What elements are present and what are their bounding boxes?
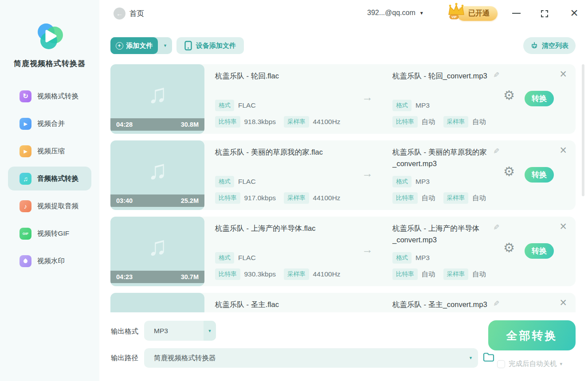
plus-icon: + <box>116 42 123 50</box>
format-value: FLAC <box>238 254 256 262</box>
samplerate-tag: 采样率 <box>443 116 469 128</box>
remove-file-icon[interactable]: × <box>560 220 567 233</box>
settings-gear-icon[interactable]: ⚙ <box>503 89 515 102</box>
music-note-icon: ♫ <box>148 307 168 312</box>
format-value: MP3 <box>416 101 430 109</box>
format-tag: 格式 <box>215 100 234 111</box>
samplerate-tag: 采样率 <box>284 268 309 280</box>
remove-file-icon[interactable]: × <box>560 144 567 157</box>
clear-list-label: 清空列表 <box>542 42 568 50</box>
chevron-down-icon: ▾ <box>560 361 563 367</box>
close-icon: × <box>570 5 578 20</box>
samplerate-tag: 采样率 <box>443 192 469 204</box>
device-phone-icon <box>184 41 192 51</box>
format-value: MP3 <box>416 178 430 186</box>
format-tag: 格式 <box>392 252 412 264</box>
convert-all-button[interactable]: 全部转换 <box>488 320 576 350</box>
samplerate-tag: 采样率 <box>284 192 309 204</box>
home-breadcrumb: 首页 <box>129 9 144 19</box>
source-filename: 杭盖乐队 - 美丽的草原我的家.flac <box>215 146 370 158</box>
file-row: ♫ 04:28 30.8M 杭盖乐队 - 轮回.flac 格式 FLAC 比特率… <box>110 64 576 134</box>
close-button[interactable]: × <box>568 5 580 21</box>
source-filename: 杭盖乐队 - 上海产的半导体.flac <box>215 222 370 234</box>
settings-gear-icon[interactable]: ⚙ <box>503 241 515 254</box>
samplerate-value: 44100Hz <box>313 194 341 202</box>
duration: 04:23 <box>116 273 133 280</box>
account-menu[interactable]: 392...@qq.com ▼ <box>367 9 424 17</box>
format-tag: 格式 <box>392 100 412 111</box>
settings-gear-icon[interactable]: ⚙ <box>503 165 515 178</box>
convert-button[interactable]: 转换 <box>525 243 554 259</box>
add-file-dropdown-icon[interactable]: ▼ <box>163 37 167 54</box>
duration: 03:40 <box>116 197 133 204</box>
bitrate-value: 918.3kbps <box>244 118 276 126</box>
samplerate-value: 自动 <box>472 117 486 127</box>
bitrate-value: 917.0kbps <box>244 194 276 202</box>
arrow-right-icon: → <box>362 91 373 104</box>
add-from-device-button[interactable]: 设备添加文件 <box>176 37 244 54</box>
broom-icon <box>530 42 538 50</box>
bitrate-tag: 比特率 <box>215 268 240 280</box>
add-file-button[interactable]: + 添加文件 <box>110 37 158 54</box>
browse-folder-button[interactable] <box>482 352 494 364</box>
format-value: MP3 <box>416 254 430 262</box>
auto-shutdown-option[interactable]: 完成后自动关机 ▾ <box>497 359 562 369</box>
edit-filename-icon[interactable]: ✎ <box>491 300 501 306</box>
duration: 04:28 <box>116 121 133 128</box>
file-list: ♫ 04:28 30.8M 杭盖乐队 - 轮回.flac 格式 FLAC 比特率… <box>0 64 588 312</box>
maximize-button[interactable] <box>540 9 549 19</box>
format-tag: 格式 <box>392 176 412 187</box>
samplerate-tag: 采样率 <box>443 268 469 280</box>
bitrate-tag: 比特率 <box>215 192 240 204</box>
convert-button[interactable]: 转换 <box>525 91 554 106</box>
app-logo: 简鹿视频格式转换器 <box>0 21 99 69</box>
remove-file-icon[interactable]: × <box>560 296 567 310</box>
target-filename: 杭盖乐队 - 轮回_convert.mp3 <box>392 70 493 82</box>
file-size: 30.7M <box>181 273 199 280</box>
chevron-down-icon: ▼ <box>419 11 424 16</box>
bitrate-tag: 比特率 <box>215 116 240 128</box>
clear-list-button[interactable]: 清空列表 <box>523 37 576 54</box>
remove-file-icon[interactable]: × <box>560 68 567 81</box>
audio-thumbnail: ♫ 04:28 30.8M <box>110 64 204 134</box>
edit-filename-icon[interactable]: ✎ <box>491 224 501 230</box>
audio-thumbnail: ♫ 04:23 30.7M <box>110 217 204 286</box>
file-row: ♫ 杭盖乐队 - 圣主.flac → 杭盖乐队 - 圣主_convert.mp3… <box>110 293 576 312</box>
minimize-button[interactable] <box>511 8 521 19</box>
chevron-down-icon: ▼ <box>469 348 473 368</box>
bitrate-value: 自动 <box>422 270 435 279</box>
output-path-value: 简鹿视频格式转换器 <box>154 348 216 368</box>
bitrate-value: 自动 <box>422 194 435 203</box>
scrollbar-thumb[interactable] <box>582 64 584 196</box>
music-note-icon: ♫ <box>148 154 168 185</box>
auto-shutdown-checkbox[interactable] <box>497 360 505 368</box>
file-size: 25.2M <box>181 197 199 204</box>
edit-filename-icon[interactable]: ✎ <box>491 148 501 154</box>
samplerate-value: 自动 <box>472 194 486 203</box>
samplerate-tag: 采样率 <box>284 116 309 128</box>
thumbnail-info-bar: 04:23 30.7M <box>110 271 204 283</box>
maximize-icon <box>541 10 549 18</box>
output-format-value: MP3 <box>154 321 168 341</box>
audio-thumbnail: ♫ <box>110 293 204 312</box>
source-filename: 杭盖乐队 - 轮回.flac <box>215 70 370 82</box>
minimize-icon <box>512 13 521 14</box>
samplerate-value: 44100Hz <box>313 270 341 278</box>
edit-filename-icon[interactable]: ✎ <box>491 71 501 78</box>
bitrate-tag: 比特率 <box>392 268 418 280</box>
logo-icon <box>32 21 67 54</box>
convert-button[interactable]: 转换 <box>525 167 554 183</box>
bitrate-value: 自动 <box>422 117 435 127</box>
output-path-select[interactable]: 简鹿视频格式转换器 ▼ <box>144 348 478 368</box>
music-note-icon: ♫ <box>148 78 168 109</box>
audio-thumbnail: ♫ 03:40 25.2M <box>110 140 204 210</box>
format-tag: 格式 <box>215 176 234 187</box>
output-format-select[interactable]: MP3 ▼ <box>144 321 216 341</box>
add-file-split-button[interactable]: + 添加文件 ▼ <box>110 37 172 54</box>
target-filename: 杭盖乐队 - 美丽的草原我的家_convert.mp3 <box>392 146 493 169</box>
file-size: 30.8M <box>181 121 199 128</box>
add-file-label: 添加文件 <box>126 42 153 50</box>
arrow-right-icon: → <box>362 243 373 256</box>
back-button[interactable]: ← <box>114 8 125 19</box>
vip-badge[interactable]: VIP 已开通 <box>457 6 498 21</box>
